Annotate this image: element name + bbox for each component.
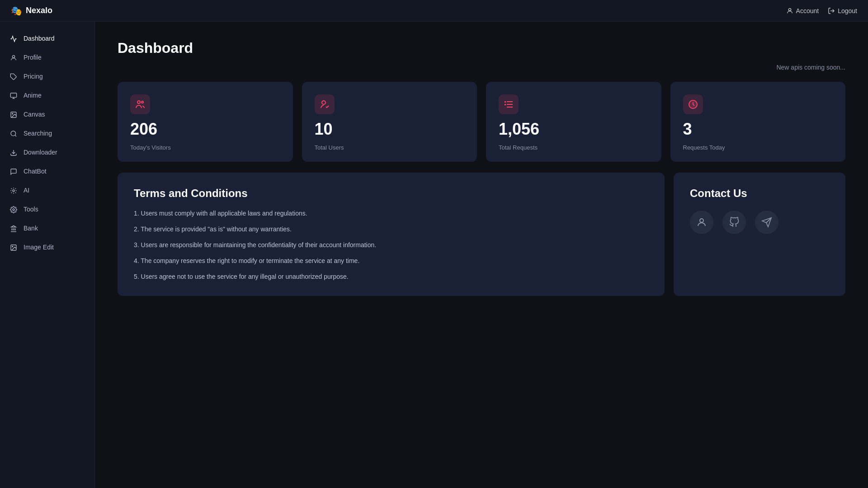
logout-label: Logout bbox=[838, 7, 857, 14]
svg-point-9 bbox=[11, 131, 16, 136]
sidebar-label-image-edit: Image Edit bbox=[24, 244, 54, 251]
stat-card-requests-today: 3 Requests Today bbox=[670, 82, 846, 162]
sidebar-label-tools: Tools bbox=[24, 206, 38, 213]
svg-point-8 bbox=[12, 113, 13, 114]
stats-grid: 206 Today's Visitors 10 Total Users bbox=[118, 82, 845, 162]
visitors-icon-wrap bbox=[130, 94, 150, 114]
brand-icon: 🎭 bbox=[11, 5, 22, 16]
stat-card-requests: 1,056 Total Requests bbox=[486, 82, 661, 162]
tools-icon bbox=[9, 205, 18, 213]
sidebar-item-bank[interactable]: Bank bbox=[0, 219, 94, 238]
svg-rect-29 bbox=[505, 104, 506, 105]
monitor-icon bbox=[9, 91, 18, 99]
bank-icon bbox=[9, 224, 18, 232]
svg-point-2 bbox=[12, 55, 14, 57]
sidebar-item-downloader[interactable]: Downloader bbox=[0, 143, 94, 162]
contact-profile-button[interactable] bbox=[690, 211, 713, 234]
svg-point-13 bbox=[13, 209, 14, 211]
sidebar-label-downloader: Downloader bbox=[24, 149, 57, 156]
sidebar-item-profile[interactable]: Profile bbox=[0, 48, 94, 67]
chat-icon bbox=[9, 167, 18, 175]
sidebar-item-pricing[interactable]: Pricing bbox=[0, 67, 94, 86]
chart-icon bbox=[9, 34, 18, 42]
stat-number-requests: 1,056 bbox=[499, 120, 649, 139]
contact-github-button[interactable] bbox=[722, 211, 746, 234]
stat-label-requests: Total Requests bbox=[499, 144, 649, 151]
contact-card: Contact Us bbox=[674, 173, 845, 296]
account-label: Account bbox=[796, 7, 819, 14]
svg-marker-19 bbox=[11, 225, 16, 227]
requests-icon-wrap bbox=[499, 94, 519, 114]
stat-card-users: 10 Total Users bbox=[302, 82, 477, 162]
stat-card-visitors: 206 Today's Visitors bbox=[118, 82, 293, 162]
tag-icon bbox=[9, 72, 18, 80]
svg-line-10 bbox=[15, 135, 16, 136]
terms-item-1: 1. Users must comply with all applicable… bbox=[134, 209, 648, 218]
terms-title: Terms and Conditions bbox=[134, 187, 648, 200]
sidebar-item-tools[interactable]: Tools bbox=[0, 200, 94, 219]
terms-item-2: 2. The service is provided "as is" witho… bbox=[134, 225, 648, 234]
svg-point-24 bbox=[322, 101, 326, 104]
sidebar-label-pricing: Pricing bbox=[24, 73, 43, 80]
sidebar-item-searching[interactable]: Searching bbox=[0, 124, 94, 143]
contact-title: Contact Us bbox=[690, 187, 829, 200]
svg-point-21 bbox=[12, 246, 13, 247]
sidebar-label-anime: Anime bbox=[24, 92, 42, 99]
main-content: Dashboard New apis coming soon... 206 To… bbox=[95, 22, 868, 488]
sidebar: Dashboard Profile Pricing Anime Canvas bbox=[0, 22, 95, 488]
brand-logo[interactable]: 🎭 Nexalo bbox=[11, 5, 52, 16]
sidebar-label-ai: AI bbox=[24, 187, 29, 194]
ai-icon bbox=[9, 186, 18, 194]
terms-list: 1. Users must comply with all applicable… bbox=[134, 209, 648, 282]
sidebar-item-ai[interactable]: AI bbox=[0, 181, 94, 200]
stat-number-requests-today: 3 bbox=[683, 120, 833, 139]
svg-rect-4 bbox=[10, 93, 16, 97]
search-icon bbox=[9, 129, 18, 137]
canvas-icon bbox=[9, 110, 18, 118]
svg-point-31 bbox=[700, 219, 703, 222]
logout-button[interactable]: Logout bbox=[828, 7, 857, 14]
users-icon-wrap bbox=[315, 94, 335, 114]
account-button[interactable]: Account bbox=[786, 7, 819, 14]
stat-label-users: Total Users bbox=[315, 144, 465, 151]
terms-card: Terms and Conditions 1. Users must compl… bbox=[118, 173, 665, 296]
person-icon bbox=[9, 53, 18, 61]
sidebar-label-bank: Bank bbox=[24, 225, 38, 232]
contact-telegram-button[interactable] bbox=[755, 211, 778, 234]
sidebar-label-canvas: Canvas bbox=[24, 111, 45, 118]
svg-point-23 bbox=[142, 101, 143, 103]
sidebar-item-chatbot[interactable]: ChatBot bbox=[0, 162, 94, 181]
sidebar-item-image-edit[interactable]: Image Edit bbox=[0, 238, 94, 257]
image-edit-icon bbox=[9, 243, 18, 251]
stat-label-requests-today: Requests Today bbox=[683, 144, 833, 151]
svg-point-0 bbox=[788, 8, 791, 10]
terms-item-3: 3. Users are responsible for maintaining… bbox=[134, 240, 648, 250]
sidebar-label-chatbot: ChatBot bbox=[24, 168, 47, 175]
stat-label-visitors: Today's Visitors bbox=[130, 144, 280, 151]
bottom-section: Terms and Conditions 1. Users must compl… bbox=[118, 173, 845, 296]
clock-icon-wrap bbox=[683, 94, 703, 114]
navbar: 🎭 Nexalo Account Logout bbox=[0, 0, 868, 22]
svg-rect-28 bbox=[505, 101, 506, 103]
stat-number-users: 10 bbox=[315, 120, 465, 139]
contact-icons bbox=[690, 211, 829, 234]
api-notice: New apis coming soon... bbox=[118, 64, 845, 71]
sidebar-item-canvas[interactable]: Canvas bbox=[0, 105, 94, 124]
brand-name: Nexalo bbox=[26, 6, 52, 15]
stat-number-visitors: 206 bbox=[130, 120, 280, 139]
sidebar-label-profile: Profile bbox=[24, 54, 42, 61]
navbar-right: Account Logout bbox=[786, 7, 857, 14]
sidebar-item-anime[interactable]: Anime bbox=[0, 86, 94, 105]
terms-item-4: 4. The company reserves the right to mod… bbox=[134, 256, 648, 266]
download-icon bbox=[9, 148, 18, 156]
sidebar-label-searching: Searching bbox=[24, 130, 52, 137]
sidebar-item-dashboard[interactable]: Dashboard bbox=[0, 29, 94, 48]
page-title: Dashboard bbox=[118, 40, 845, 56]
sidebar-label-dashboard: Dashboard bbox=[24, 35, 55, 42]
app-body: Dashboard Profile Pricing Anime Canvas bbox=[0, 22, 868, 488]
svg-point-22 bbox=[137, 101, 140, 103]
terms-item-5: 5. Users agree not to use the service fo… bbox=[134, 272, 648, 282]
svg-point-12 bbox=[13, 190, 14, 192]
